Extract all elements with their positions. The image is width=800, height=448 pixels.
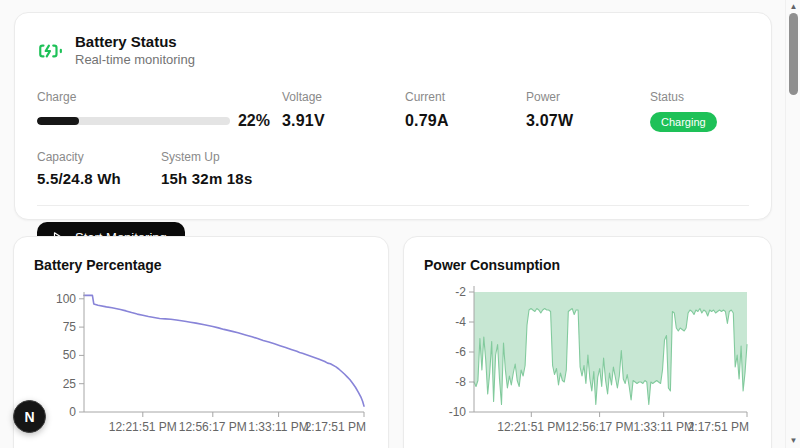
battery-chart-title: Battery Percentage [34,257,368,273]
system-up-label: System Up [161,150,749,164]
charge-progressbar-fill [37,117,79,125]
scroll-down-icon[interactable]: ▼ [786,434,800,448]
svg-text:-2: -2 [455,286,466,299]
battery-percentage-card: Battery Percentage 025507510012:21:51 PM… [13,236,389,448]
metric-status: Status Charging [650,90,749,132]
battery-charging-icon [37,38,63,64]
battery-percentage-chart: 025507510012:21:51 PM12:56:17 PM1:33:11 … [34,286,370,442]
voltage-label: Voltage [282,90,405,104]
svg-text:50: 50 [63,348,77,362]
svg-text:12:56:17 PM: 12:56:17 PM [179,420,247,434]
metric-power: Power 3.07W [526,90,650,130]
page-subtitle: Real-time monitoring [75,52,195,68]
svg-text:1:33:11 PM: 1:33:11 PM [633,420,693,434]
svg-text:-10: -10 [449,405,467,419]
svg-text:12:21:51 PM: 12:21:51 PM [497,420,565,434]
svg-text:12:21:51 PM: 12:21:51 PM [109,420,177,434]
svg-text:25: 25 [63,377,77,391]
metric-voltage: Voltage 3.91V [282,90,405,130]
page-content: Battery Status Real-time monitoring Char… [0,0,785,448]
current-label: Current [405,90,526,104]
system-up-value: 15h 32m 18s [161,170,749,187]
status-label: Status [650,90,749,104]
charge-progressbar-track [37,117,230,125]
metrics-row: Charge 22% Voltage 3.91V Current 0.79A P… [37,90,749,132]
power-value: 3.07W [526,112,650,130]
battery-status-card: Battery Status Real-time monitoring Char… [14,12,772,220]
vertical-scrollbar: ▲ ▼ [785,0,800,448]
charge-percent-value: 22% [238,112,270,130]
metrics-row-2: Capacity 5.5/24.8 Wh System Up 15h 32m 1… [37,150,749,187]
power-label: Power [526,90,650,104]
svg-text:12:56:17 PM: 12:56:17 PM [566,420,634,434]
svg-text:0: 0 [69,405,76,419]
metric-system-up: System Up 15h 32m 18s [161,150,749,187]
current-value: 0.79A [405,112,526,130]
svg-text:2:17:51 PM: 2:17:51 PM [305,420,366,434]
metric-current: Current 0.79A [405,90,526,130]
svg-text:100: 100 [56,292,76,306]
svg-text:1:33:11 PM: 1:33:11 PM [248,420,308,434]
svg-text:-6: -6 [455,345,466,359]
scrollbar-thumb[interactable] [789,13,798,95]
capacity-value: 5.5/24.8 Wh [37,170,161,187]
power-consumption-chart: -2-4-6-8-1012:21:51 PM12:56:17 PM1:33:11… [424,286,753,442]
charge-label: Charge [37,90,282,104]
nextjs-dev-badge[interactable]: N [13,400,46,433]
svg-text:-4: -4 [455,315,466,329]
svg-text:-8: -8 [455,375,466,389]
svg-text:75: 75 [63,320,77,334]
metric-capacity: Capacity 5.5/24.8 Wh [37,150,161,187]
status-badge: Charging [650,112,717,132]
charge-progress: 22% [37,112,282,130]
status-card-heading: Battery Status Real-time monitoring [75,33,195,68]
svg-text:2:17:51 PM: 2:17:51 PM [688,420,749,434]
scroll-up-icon[interactable]: ▲ [786,0,800,14]
status-card-header: Battery Status Real-time monitoring [37,33,749,68]
page-title: Battery Status [75,33,195,52]
divider [37,205,749,206]
capacity-label: Capacity [37,150,161,164]
metric-charge: Charge 22% [37,90,282,130]
voltage-value: 3.91V [282,112,405,130]
power-chart-title: Power Consumption [424,257,751,273]
power-consumption-card: Power Consumption -2-4-6-8-1012:21:51 PM… [403,236,772,448]
